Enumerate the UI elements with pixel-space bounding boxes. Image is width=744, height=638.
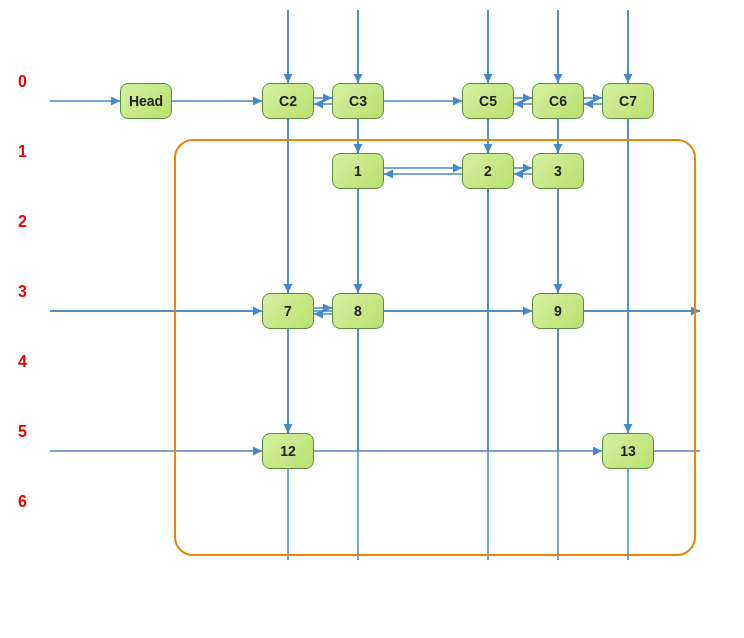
node-n13: 13 — [602, 433, 654, 469]
node-n12: 12 — [262, 433, 314, 469]
row-label-2: 2 — [18, 213, 27, 231]
node-c3: C3 — [332, 83, 384, 119]
row-label-4: 4 — [18, 353, 27, 371]
node-head: Head — [120, 83, 172, 119]
row-label-5: 5 — [18, 423, 27, 441]
node-c2: C2 — [262, 83, 314, 119]
row-label-3: 3 — [18, 283, 27, 301]
node-c5: C5 — [462, 83, 514, 119]
row-label-1: 1 — [18, 143, 27, 161]
node-n2: 2 — [462, 153, 514, 189]
node-n1: 1 — [332, 153, 384, 189]
node-n8: 8 — [332, 293, 384, 329]
svg-rect-45 — [175, 140, 695, 555]
node-n7: 7 — [262, 293, 314, 329]
node-n3: 3 — [532, 153, 584, 189]
node-n9: 9 — [532, 293, 584, 329]
row-label-6: 6 — [18, 493, 27, 511]
node-c6: C6 — [532, 83, 584, 119]
diagram-canvas: 0123456HeadC2C3C5C6C71237891213 — [0, 0, 744, 638]
node-c7: C7 — [602, 83, 654, 119]
row-label-0: 0 — [18, 73, 27, 91]
